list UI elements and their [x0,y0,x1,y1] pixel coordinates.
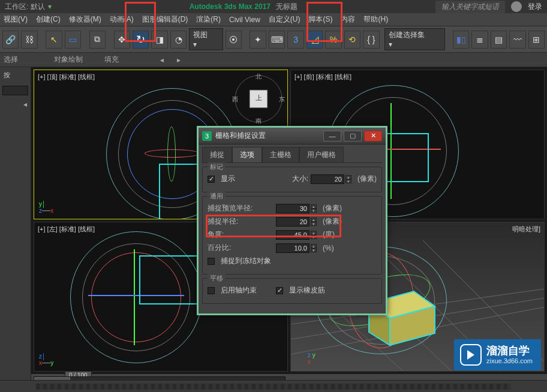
group-general-title: 通用 [208,192,226,201]
subbar-fill[interactable]: 填充 [101,55,151,65]
close-button[interactable]: ✕ [364,131,382,141]
rubber-band-checkbox[interactable] [276,287,283,294]
percent-label: 百分比: [208,243,274,253]
named-sel-dropdown[interactable]: 创建选择集 ▾ [384,28,445,50]
size-spinner-up[interactable]: ▴ [345,175,351,179]
snap-frozen-checkbox[interactable] [208,258,215,265]
search-input[interactable]: 输入关键字或短语 [435,1,505,13]
minimize-button[interactable]: — [323,131,341,141]
scene-explorer-label: 按 [0,67,31,83]
link-button[interactable]: 🔗 [2,31,19,49]
menu-animation[interactable]: 动画(A) [110,14,134,25]
snap-radius-input[interactable] [276,217,309,227]
axis-constraint-checkbox[interactable] [208,287,215,294]
size-label: 大小: [292,174,308,184]
ref-coord-dropdown[interactable]: 视图 ▾ [189,28,223,50]
group-marker-title: 标记 [208,162,226,171]
menu-customize[interactable]: 自定义(U) [269,14,300,25]
menu-civilview[interactable]: Civil View [229,16,260,24]
unlink-button[interactable]: ⛓ [21,31,37,49]
viewcube-face[interactable]: 上 [256,94,262,102]
select-manipulate-button[interactable]: ✦ [250,31,266,49]
size-input[interactable] [311,174,344,184]
grid-snap-settings-dialog: 3 栅格和捕捉设置 — ▢ ✕ 捕捉 选项 主栅格 用户栅格 标记 显示 大小:… [197,126,387,315]
menu-create[interactable]: 创建(C) [36,14,61,25]
watermark-url: zixue.3d66.com [486,357,533,365]
tab-user-grid[interactable]: 用户栅格 [299,147,344,162]
percent-unit: (%) [323,244,334,252]
user-icon[interactable] [511,1,522,12]
window-cross-button[interactable]: ⧉ [89,31,106,49]
scene-filter-input[interactable] [2,86,28,95]
viewport-top-label: [+] [顶] [标准] [线框] [38,73,95,82]
layer-button[interactable]: ▤ [491,31,507,49]
subbar-arrow-next[interactable]: ▸ [169,53,185,67]
keyboard-shortcut-button[interactable]: ⌨ [269,31,285,49]
align-button[interactable]: ≣ [471,31,488,49]
subbar-objpaint[interactable]: 对象绘制 [50,55,101,65]
dialog-titlebar[interactable]: 3 栅格和捕捉设置 — ▢ ✕ [199,128,386,144]
angle-snap-button[interactable]: ◿ [306,31,323,49]
select-object-button[interactable]: ↖ [46,31,62,49]
axis-indicator-left: z│ x──y [39,353,53,366]
tab-snap[interactable]: 捕捉 [202,147,232,162]
menu-rendering[interactable]: 渲染(R) [196,14,221,25]
dialog-title: 栅格和捕捉设置 [215,131,266,141]
menu-help[interactable]: 帮助(H) [363,14,388,25]
sign-in-link[interactable]: 登录 [528,2,542,12]
menu-graph-editors[interactable]: 图形编辑器(D) [142,14,188,25]
use-pivot-button[interactable]: ⦿ [226,31,242,49]
tab-home-grid[interactable]: 主栅格 [262,147,299,162]
group-translate-title: 平移 [208,274,226,283]
panel-collapse-icon[interactable]: ◂ [0,98,31,111]
angle-unit: (度) [323,230,335,240]
display-checkbox[interactable] [208,176,215,183]
maximize-button[interactable]: ▢ [344,131,362,141]
snap-frozen-label: 捕捉到冻结对象 [221,256,271,266]
subbar-arrow-prev[interactable]: ◂ [152,53,168,67]
preview-radius-label: 捕捉预览半径: [208,203,274,213]
watermark-title: 溜溜自学 [486,345,533,358]
angle-label: 角度: [208,230,274,240]
snap-toggle-button[interactable]: 3 [287,31,303,49]
chevron-down-icon[interactable]: ▾ [48,2,52,11]
app-title: Autodesk 3ds Max 2017 无标题 [190,2,298,12]
axis-constraint-label: 启用轴约束 [221,285,257,295]
watermark-badge: 溜溜自学 zixue.3d66.com [454,339,541,370]
snap-radius-label: 捕捉半径: [208,216,274,227]
edit-named-sel-button[interactable]: { } [363,31,379,49]
angle-input[interactable] [276,230,309,240]
px-unit: (像素) [357,174,377,184]
viewcube[interactable]: 上 北 南 西 东 [233,74,284,124]
preview-radius-input[interactable] [276,204,309,213]
timeline-track[interactable] [36,384,511,390]
percent-input[interactable] [276,243,309,253]
select-region-button[interactable]: ▭ [65,31,81,49]
menu-modifiers[interactable]: 修改器(M) [69,14,101,25]
size-spinner-down[interactable]: ▾ [345,179,351,183]
mirror-button[interactable]: ▮▯ [453,31,469,49]
subbar-select[interactable]: 选择 [0,55,50,65]
curve-editor-button[interactable]: 〰 [509,31,525,49]
rubber-band-label: 显示橡皮筋 [289,285,325,295]
select-place-button[interactable]: ◔ [170,31,187,49]
axis-indicator: y│ z──x [39,201,53,214]
select-scale-button[interactable]: ◨ [151,31,167,49]
spinner-snap-button[interactable]: ⟲ [344,31,360,49]
tab-options[interactable]: 选项 [232,147,262,162]
display-label: 显示 [221,174,235,184]
select-move-button[interactable]: ✥ [114,31,130,49]
select-rotate-button[interactable]: ↻ [133,31,149,49]
workspace-label: 工作区: 默认 ▾ [5,2,52,12]
percent-snap-button[interactable]: % [325,31,341,49]
menu-script[interactable]: 脚本(S) [308,14,332,25]
axis-indicator-persp: z yx [308,352,315,365]
menu-view[interactable]: 视图(V) [4,14,28,25]
play-icon [460,344,482,366]
viewport-front-label: [+] [前] [标准] [线框] [294,73,351,82]
app-icon: 3 [202,131,212,141]
schematic-button[interactable]: ⊞ [528,31,545,49]
menu-content[interactable]: 内容 [341,14,355,25]
